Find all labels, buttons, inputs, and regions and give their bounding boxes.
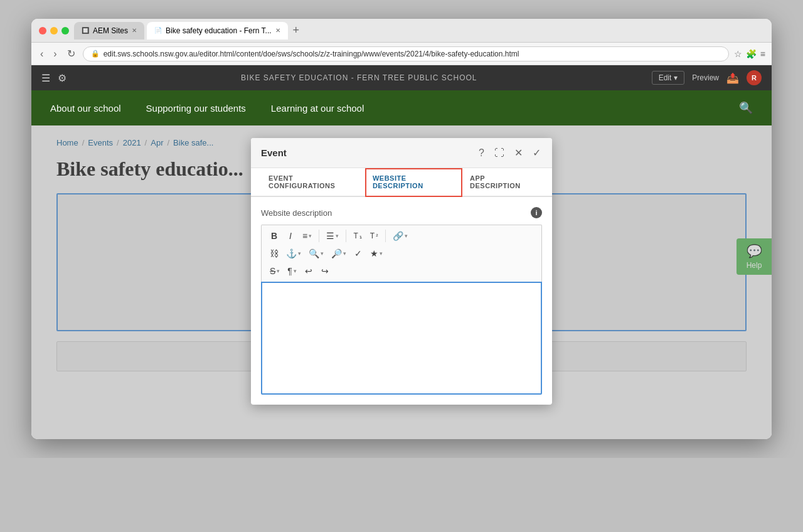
address-bar-icons: ☆ 🧩 ≡	[734, 49, 765, 59]
traffic-lights	[39, 27, 69, 35]
edit-caret: ▾	[674, 73, 678, 82]
nav-item-supporting[interactable]: Supporting our students	[146, 98, 246, 119]
editor-toolbar: B I ≡ ▾ ☰ ▾ T₁ T² 🔗 ▾	[261, 225, 542, 282]
modal-overlay: Event ? ⛶ ✕ ✓ EVENT CONFIGURATIONS WEBSI…	[31, 125, 772, 439]
toolbar-align[interactable]: ≡ ▾	[299, 229, 315, 243]
nav-item-about[interactable]: About our school	[50, 98, 121, 119]
forward-button[interactable]: ›	[51, 47, 59, 61]
aem-settings-icon[interactable]: ⚙	[58, 72, 66, 84]
page-content: Home / Events / 2021 / Apr / Bike safe..…	[31, 125, 772, 439]
tab-website-description[interactable]: WEBSITE DESCRIPTION	[365, 168, 462, 197]
aem-sidebar-toggle[interactable]: ☰	[41, 72, 50, 84]
edit-label: Edit	[659, 73, 672, 82]
tab-bike-close[interactable]: ✕	[275, 27, 280, 34]
aem-topbar-title: BIKE SAFETY EDUCATION - FERN TREE PUBLIC…	[241, 73, 477, 82]
modal-help-button[interactable]: ?	[477, 146, 486, 160]
modal-tabs: EVENT CONFIGURATIONS WEBSITE DESCRIPTION…	[251, 168, 552, 197]
publish-icon[interactable]: 📤	[726, 72, 739, 84]
toolbar-row-2: ⛓ ⚓ ▾ 🔍 ▾ 🔎 ▾ ✓ ★ ▾	[267, 245, 536, 262]
reload-button[interactable]: ↻	[65, 46, 78, 61]
minimize-traffic-light[interactable]	[50, 27, 58, 35]
toolbar-undo[interactable]: ↩	[301, 264, 316, 278]
toolbar-spellcheck[interactable]: ✓	[351, 247, 366, 260]
toolbar-star[interactable]: ★ ▾	[367, 247, 386, 260]
toolbar-subscript[interactable]: T₁	[350, 230, 365, 242]
profile-icon[interactable]: ≡	[760, 49, 765, 59]
lock-icon: 🔒	[91, 50, 100, 58]
tab-aem-label: AEM Sites	[93, 26, 128, 35]
modal-close-button[interactable]: ✕	[513, 146, 524, 160]
tab-bar: 🔲 AEM Sites ✕ 📄 Bike safety education - …	[74, 22, 764, 40]
user-avatar[interactable]: R	[747, 70, 762, 85]
aem-topbar-right: Edit ▾ Preview 📤 R	[652, 70, 762, 85]
editor-area[interactable]	[261, 282, 542, 395]
description-label: Website description	[261, 208, 332, 218]
toolbar-row-3: S ▾ ¶ ▾ ↩ ↪	[267, 263, 536, 279]
modal-title: Event	[261, 147, 287, 158]
modal-header-actions: ? ⛶ ✕ ✓	[477, 146, 542, 160]
site-navigation: About our school Supporting our students…	[31, 90, 772, 125]
toolbar-unlink[interactable]: ⛓	[267, 247, 282, 260]
close-traffic-light[interactable]	[39, 27, 46, 35]
edit-button[interactable]: Edit ▾	[652, 71, 685, 85]
toolbar-find[interactable]: 🔍 ▾	[306, 247, 327, 260]
browser-window: 🔲 AEM Sites ✕ 📄 Bike safety education - …	[31, 19, 772, 439]
event-modal: Event ? ⛶ ✕ ✓ EVENT CONFIGURATIONS WEBSI…	[251, 138, 552, 405]
toolbar-superscript[interactable]: T²	[366, 230, 381, 242]
back-button[interactable]: ‹	[38, 47, 46, 61]
url-text: edit.sws.schools.nsw.gov.au/editor.html/…	[104, 50, 519, 58]
tab-event-configurations[interactable]: EVENT CONFIGURATIONS	[261, 168, 365, 197]
toolbar-italic[interactable]: I	[283, 229, 298, 243]
toolbar-zoom[interactable]: 🔎 ▾	[328, 247, 349, 260]
search-icon[interactable]: 🔍	[739, 101, 753, 115]
description-label-row: Website description i	[261, 207, 542, 218]
tab-aem-close[interactable]: ✕	[132, 27, 137, 34]
title-bar: 🔲 AEM Sites ✕ 📄 Bike safety education - …	[31, 19, 772, 43]
maximize-traffic-light[interactable]	[61, 27, 69, 35]
toolbar-paragraph[interactable]: ¶ ▾	[284, 264, 300, 278]
toolbar-bold[interactable]: B	[267, 229, 282, 243]
bookmark-icon[interactable]: ☆	[734, 49, 742, 59]
toolbar-anchor[interactable]: ⚓ ▾	[283, 247, 304, 260]
modal-fullscreen-button[interactable]: ⛶	[493, 146, 506, 160]
toolbar-link[interactable]: 🔗 ▾	[390, 229, 411, 243]
toolbar-list[interactable]: ☰ ▾	[323, 229, 342, 243]
modal-body: Website description i B I ≡ ▾ ☰ ▾	[251, 197, 552, 405]
tab-aem-sites[interactable]: 🔲 AEM Sites ✕	[74, 22, 144, 40]
extension-icon[interactable]: 🧩	[746, 49, 757, 59]
toolbar-sep-1	[319, 230, 319, 242]
tab-bike-label: Bike safety education - Fern T...	[166, 26, 272, 35]
toolbar-row-1: B I ≡ ▾ ☰ ▾ T₁ T² 🔗 ▾	[267, 228, 536, 244]
tab-bike-safety[interactable]: 📄 Bike safety education - Fern T... ✕	[147, 22, 288, 40]
nav-item-learning[interactable]: Learning at our school	[271, 98, 364, 119]
new-tab-button[interactable]: +	[290, 24, 302, 37]
modal-header: Event ? ⛶ ✕ ✓	[251, 138, 552, 168]
toolbar-sep-2	[346, 230, 346, 242]
modal-confirm-button[interactable]: ✓	[531, 146, 542, 160]
toolbar-redo[interactable]: ↪	[317, 264, 332, 278]
tab-bike-favicon: 📄	[154, 27, 162, 34]
toolbar-strikethrough[interactable]: S ▾	[267, 264, 283, 278]
aem-topbar: ☰ ⚙ BIKE SAFETY EDUCATION - FERN TREE PU…	[31, 65, 772, 90]
tab-app-description[interactable]: APP DESCRIPTION	[462, 168, 542, 197]
aem-topbar-left: ☰ ⚙	[41, 72, 66, 84]
address-bar: ‹ › ↻ 🔒 edit.sws.schools.nsw.gov.au/edit…	[31, 43, 772, 65]
url-bar[interactable]: 🔒 edit.sws.schools.nsw.gov.au/editor.htm…	[83, 46, 729, 61]
preview-button[interactable]: Preview	[692, 73, 719, 82]
info-icon[interactable]: i	[531, 207, 542, 218]
toolbar-sep-3	[385, 230, 386, 242]
tab-aem-favicon: 🔲	[82, 27, 89, 34]
